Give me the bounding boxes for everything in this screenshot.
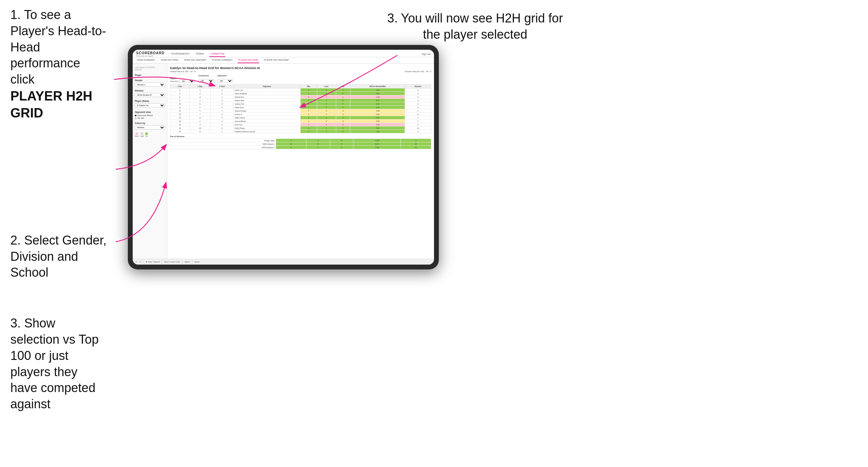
data-cell: 1.50 <box>350 88 405 92</box>
colour-by-select[interactable]: Win/loss <box>135 125 165 130</box>
data-cell: 0 <box>336 120 350 123</box>
nav-teams[interactable]: TEAMS <box>195 51 205 57</box>
data-cell: 1 <box>189 109 210 113</box>
region-select[interactable]: (All) <box>179 79 195 83</box>
col-div: # Div <box>170 85 190 88</box>
data-cell: 3 <box>405 106 431 109</box>
subnav-team-summary[interactable]: TEAM SUMMARY <box>136 57 156 63</box>
division-section: Division NCAA Division III <box>135 89 165 97</box>
undo-btn[interactable]: ↩ <box>135 261 137 263</box>
gender-select[interactable]: Women's <box>135 83 165 87</box>
colour-by-section: Colour by Win/loss <box>135 122 165 130</box>
logo-sub: Powered by clippd <box>136 55 164 57</box>
data-cell: 1 <box>300 106 317 109</box>
save-custom-btn[interactable]: Save Custom View <box>164 261 180 263</box>
data-cell: 0.30 <box>350 126 405 130</box>
data-cell: 2 <box>300 102 317 106</box>
data-cell: 0 <box>317 88 336 92</box>
nav-tournaments[interactable]: TOURNAMENTS <box>170 51 190 57</box>
division-select[interactable]: NCAA Division III <box>135 93 165 97</box>
nav-sign-out[interactable]: Sign out <box>422 53 431 55</box>
opponent-select[interactable]: (All) <box>217 79 233 83</box>
table-row: 522Alexis Sudjianto1004.003 <box>170 92 431 95</box>
data-cell: 0 <box>336 109 350 113</box>
data-cell: 2 <box>405 109 431 113</box>
data-cell: 0 <box>300 95 317 99</box>
data-cell: 0 <box>336 130 350 133</box>
nav-committee[interactable]: COMMITTEE <box>209 51 225 57</box>
data-cell: 7 <box>210 130 234 133</box>
subnav-player-summary[interactable]: PLAYER SUMMARY <box>211 57 234 63</box>
opponent-name-cell: Euna Lee <box>234 123 301 126</box>
opponent-view-section: Opponent view Opponents Played Top 100 <box>135 111 165 119</box>
watch-btn[interactable]: Watch <box>185 261 190 263</box>
legend-level-dot <box>141 132 143 135</box>
out-div-rounds: 2 <box>401 139 431 142</box>
view-original-btn[interactable]: 👁 View: Original <box>145 261 160 263</box>
out-of-div-label: Out of division <box>170 135 431 137</box>
legend-up-dot <box>145 132 148 135</box>
col-diff: Diff Av Strokes/Rnd <box>350 85 405 88</box>
opponent-name-cell: Jessica Huang <box>234 109 301 113</box>
data-cell: 11 <box>189 130 210 133</box>
data-cell: 16 <box>170 120 190 123</box>
instruction-step2: 2. Select Gender, Division and School <box>10 232 107 281</box>
data-cell: 2 <box>210 92 234 95</box>
record-row: Overall Record: 353 - 34 - 6 Division Re… <box>170 70 431 73</box>
opponent-name-cell: Heejo Hyun <box>234 106 301 109</box>
subnav-team-h2h-heatmap[interactable]: TEAM H2H HEATMAP <box>183 57 207 63</box>
data-cell: 1 <box>189 88 210 92</box>
data-cell: 1 <box>336 88 350 92</box>
sub-nav: TEAM SUMMARY TEAM H2H GRID TEAM H2H HEAT… <box>133 57 434 64</box>
data-cell: 3 <box>210 120 234 123</box>
data-cell: 0 <box>336 126 350 130</box>
logo-title: SCOREBOARD <box>136 51 164 55</box>
data-cell: 1 <box>336 95 350 99</box>
right-content: Katelyn Vo Head-to-Head Grid for Women's… <box>167 64 434 259</box>
out-div-stat: 0 <box>306 142 330 146</box>
radio-group: Opponents Played Top 100 <box>135 114 165 119</box>
redo-btn[interactable]: ↪ <box>139 261 141 263</box>
data-cell: 1 <box>300 92 317 95</box>
subnav-player-h2h-heatmap[interactable]: PLAYER H2H HEATMAP <box>263 57 290 63</box>
out-div-stat: 5 <box>276 146 306 149</box>
data-cell: 9 <box>405 113 431 116</box>
data-cell: 1.25 <box>350 116 405 120</box>
opponent-name-cell: Esther Lee <box>234 88 301 92</box>
out-div-name: NAIA Division 1 <box>170 142 276 146</box>
radio-opponents-played[interactable]: Opponents Played <box>135 114 165 116</box>
data-cell: 4.00 <box>350 102 405 106</box>
radio-label-top100: Top 100 <box>137 117 144 119</box>
subnav-player-h2h-grid[interactable]: PLAYER H2H GRID <box>238 57 259 63</box>
data-cell: -1.00 <box>350 95 405 99</box>
data-cell: 7 <box>405 120 431 123</box>
opponent-name-cell: Sydney Kuo <box>234 95 301 99</box>
instruction-step1: 1. To see a Player's Head-to-Head perfor… <box>10 7 107 122</box>
table-row: 1063Andrea York2004.004 <box>170 102 431 106</box>
out-div-stat: 15 <box>276 142 306 146</box>
out-of-div-table: Foreign Team1004.5002NAIA Division 11500… <box>170 139 431 149</box>
out-div-stat: 1 <box>276 139 306 142</box>
out-div-rounds: 30 <box>401 142 431 146</box>
table-row: 633Sydney Kuo011-1.003 <box>170 95 431 99</box>
legend-down-dot <box>135 132 138 135</box>
data-cell: 3.33 <box>350 106 405 109</box>
radio-top100[interactable]: Top 100 <box>135 117 165 119</box>
data-cell: 0 <box>317 106 336 109</box>
share-btn[interactable]: Share <box>195 261 200 263</box>
data-cell: 3 <box>189 95 210 99</box>
step2-text: 2. Select Gender, Division and School <box>10 232 107 281</box>
data-cell: 0.38 <box>350 113 405 116</box>
player-rank-select[interactable]: 8. Katelyn Vo <box>135 103 165 107</box>
data-cell: 18 <box>170 123 190 126</box>
view-icon: 👁 <box>145 261 148 263</box>
table-row: 20117Federica Domecq Lacroze2101.336 <box>170 130 431 133</box>
conference-label: Conference <box>198 75 214 77</box>
data-cell: 1 <box>300 120 317 123</box>
data-cell: 0 <box>317 102 336 106</box>
subnav-team-h2h-grid[interactable]: TEAM H2H GRID <box>160 57 179 63</box>
conference-select[interactable]: (All) <box>198 79 214 83</box>
player-rank-label: Player (Rank) <box>135 100 165 102</box>
instructions-left: 1. To see a Player's Head-to-Head perfor… <box>0 0 117 430</box>
data-cell: 3 <box>405 92 431 95</box>
